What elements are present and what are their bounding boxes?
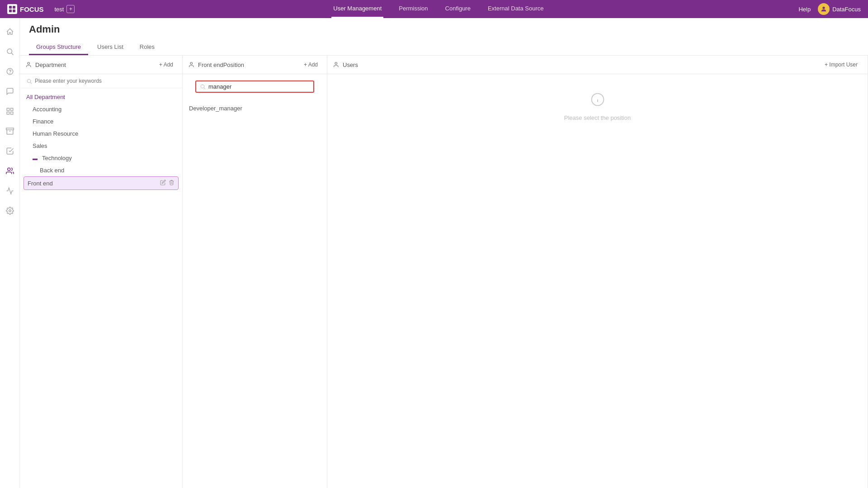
nav-configure[interactable]: Configure xyxy=(443,0,472,18)
svg-point-20 xyxy=(190,62,193,65)
logo-icon xyxy=(7,4,17,14)
svg-point-21 xyxy=(201,85,204,88)
position-search-icon xyxy=(200,84,206,90)
tab-users-list[interactable]: Users List xyxy=(90,40,131,55)
svg-point-5 xyxy=(7,49,12,54)
position-search-box xyxy=(195,81,314,93)
svg-line-6 xyxy=(11,53,13,55)
svg-rect-0 xyxy=(9,6,12,9)
collapse-icon: ▬ xyxy=(33,156,38,161)
app-logo[interactable]: FOCUS xyxy=(7,4,44,14)
current-tab[interactable]: test + xyxy=(51,5,79,13)
sidebar-item-tasks[interactable] xyxy=(2,143,18,159)
help-link[interactable]: Help xyxy=(798,6,811,13)
app-name: FOCUS xyxy=(20,5,44,13)
svg-rect-9 xyxy=(7,108,9,110)
svg-rect-12 xyxy=(10,112,13,114)
tree-item-technology[interactable]: ▬ Technology xyxy=(20,152,182,164)
tree-item-sales[interactable]: Sales xyxy=(20,140,182,152)
sidebar-item-search[interactable] xyxy=(2,43,18,60)
delete-icon[interactable] xyxy=(169,180,175,187)
svg-point-17 xyxy=(28,62,30,65)
users-panel-header: Users + Import User xyxy=(327,56,868,74)
position-panel: Front endPosition + Add xyxy=(183,56,327,488)
sidebar-item-inbox[interactable] xyxy=(2,123,18,139)
nav-external-data-source[interactable]: External Data Source xyxy=(486,0,546,18)
svg-point-15 xyxy=(7,168,10,171)
left-sidebar xyxy=(0,18,20,488)
sidebar-item-users[interactable] xyxy=(2,163,18,179)
svg-rect-13 xyxy=(6,128,14,130)
sidebar-item-messages[interactable] xyxy=(2,83,18,99)
nav-permission[interactable]: Permission xyxy=(397,0,429,18)
position-search-wrapper xyxy=(183,74,327,99)
top-navigation: FOCUS test + User Management Permission … xyxy=(0,0,868,18)
top-nav-right: Help DataFocus xyxy=(798,3,861,15)
department-search-icon xyxy=(26,78,32,84)
users-empty-message: Please select the position xyxy=(564,114,631,121)
top-nav-menu: User Management Permission Configure Ext… xyxy=(78,0,798,18)
tree-item-finance[interactable]: Finance xyxy=(20,115,182,128)
svg-line-19 xyxy=(30,82,32,83)
nav-user-management[interactable]: User Management xyxy=(331,0,383,18)
sidebar-item-settings[interactable] xyxy=(2,203,18,219)
new-tab-button[interactable]: + xyxy=(66,5,75,13)
main-layout: Admin Groups Structure Users List Roles xyxy=(0,18,868,488)
svg-point-8 xyxy=(9,73,10,73)
sub-header: Admin Groups Structure Users List Roles xyxy=(20,18,868,56)
tree-item-accounting[interactable]: Accounting xyxy=(20,103,182,115)
svg-point-18 xyxy=(27,79,31,83)
department-search-box xyxy=(20,74,182,88)
svg-point-4 xyxy=(822,7,825,9)
sub-tabs: Groups Structure Users List Roles xyxy=(29,40,859,55)
tab-roles[interactable]: Roles xyxy=(132,40,162,55)
department-search-input[interactable] xyxy=(35,78,176,84)
position-panel-title: Front endPosition xyxy=(189,62,297,68)
svg-rect-3 xyxy=(13,9,15,12)
sidebar-item-help[interactable] xyxy=(2,63,18,80)
tab-groups-structure[interactable]: Groups Structure xyxy=(29,40,88,55)
tree-item-back-end[interactable]: Back end xyxy=(20,164,182,176)
department-tree-list: All Department Accounting Finance Human … xyxy=(20,88,182,488)
tree-item-front-end[interactable]: Front end xyxy=(24,176,179,190)
sidebar-item-grid[interactable] xyxy=(2,103,18,119)
position-list: Developer_manager xyxy=(183,99,327,488)
users-panel: Users + Import User Please select xyxy=(327,56,868,488)
page-title: Admin xyxy=(29,24,859,35)
position-add-button[interactable]: + Add xyxy=(301,60,321,69)
edit-icon[interactable] xyxy=(160,180,166,187)
tree-item-human-resource[interactable]: Human Resource xyxy=(20,128,182,140)
users-panel-title: Users xyxy=(334,62,817,68)
user-name: DataFocus xyxy=(832,6,861,13)
info-icon xyxy=(590,92,605,110)
position-panel-header: Front endPosition + Add xyxy=(183,56,327,74)
sidebar-item-analytics[interactable] xyxy=(2,183,18,199)
user-badge[interactable]: DataFocus xyxy=(818,3,861,15)
svg-rect-11 xyxy=(7,112,9,114)
sidebar-item-home[interactable] xyxy=(2,24,18,40)
department-panel-title: Department xyxy=(26,62,153,68)
content-area: Admin Groups Structure Users List Roles xyxy=(20,18,868,488)
department-panel: Department + Add All Department xyxy=(20,56,183,488)
svg-point-23 xyxy=(335,62,337,65)
svg-rect-10 xyxy=(10,108,13,110)
svg-rect-2 xyxy=(9,9,12,12)
user-avatar xyxy=(818,3,830,15)
panels-area: Department + Add All Department xyxy=(20,56,868,488)
position-item-developer-manager[interactable]: Developer_manager xyxy=(183,102,327,115)
department-panel-header: Department + Add xyxy=(20,56,182,74)
tree-item-actions xyxy=(160,180,175,187)
svg-point-16 xyxy=(9,210,11,212)
svg-rect-1 xyxy=(13,6,15,9)
import-user-button[interactable]: + Import User xyxy=(821,60,861,69)
position-search-input[interactable] xyxy=(208,83,310,90)
tree-item-all-department[interactable]: All Department xyxy=(20,91,182,103)
department-add-button[interactable]: + Add xyxy=(156,60,176,69)
svg-line-22 xyxy=(204,88,205,89)
users-empty-state: Please select the position xyxy=(327,74,868,488)
